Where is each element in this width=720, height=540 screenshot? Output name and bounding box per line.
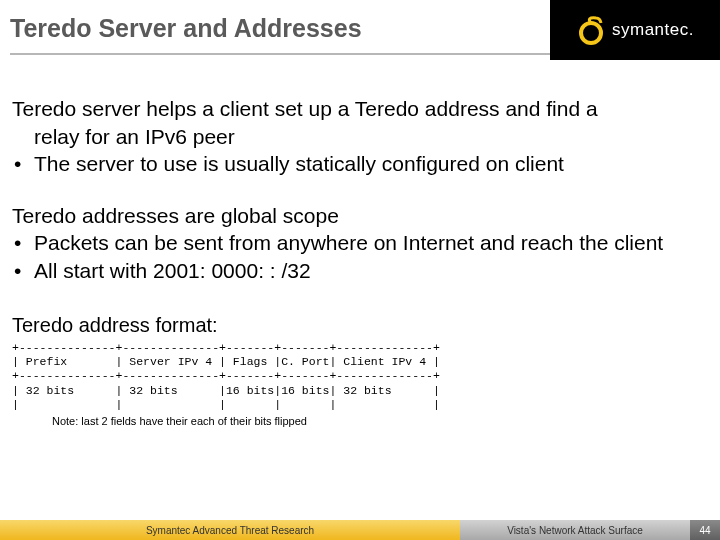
footer-left: Symantec Advanced Threat Research — [0, 520, 460, 540]
format-note: Note: last 2 fields have their each of t… — [52, 415, 708, 427]
bullet-dot-icon: • — [14, 258, 24, 284]
svg-point-0 — [581, 23, 601, 43]
slide: Teredo Server and Addresses symantec. Te… — [0, 0, 720, 540]
format-row: | | | | | | — [12, 398, 708, 412]
bullet-text: Packets can be sent from anywhere on Int… — [34, 230, 708, 256]
header: Teredo Server and Addresses symantec. — [0, 0, 720, 70]
brand-name: symantec. — [612, 20, 694, 40]
bullet-text: The server to use is usually statically … — [34, 151, 708, 177]
block1-lead-line2: relay for an IPv6 peer — [34, 124, 708, 150]
format-row: | 32 bits | 32 bits |16 bits|16 bits| 32… — [12, 384, 708, 398]
body: Teredo server helps a client set up a Te… — [0, 70, 720, 310]
format-row: | Prefix | Server IPv 4 | Flags |C. Port… — [12, 355, 708, 369]
footer-right: Vista's Network Attack Surface — [460, 520, 690, 540]
symantec-swirl-icon — [576, 15, 606, 45]
bullet-dot-icon: • — [14, 230, 24, 256]
brand-logo: symantec. — [550, 0, 720, 60]
page-number: 44 — [690, 520, 720, 540]
bullet-dot-icon: • — [14, 151, 24, 177]
bullet-item: • The server to use is usually staticall… — [12, 151, 708, 177]
bullet-text: All start with 2001: 0000: : /32 — [34, 258, 708, 284]
block2-lead: Teredo addresses are global scope — [12, 203, 708, 229]
block1-lead-line1: Teredo server helps a client set up a Te… — [12, 96, 708, 122]
format-section: Teredo address format: +--------------+-… — [0, 310, 720, 427]
format-row: +--------------+--------------+-------+-… — [12, 341, 708, 355]
format-title: Teredo address format: — [12, 314, 708, 337]
footer: Symantec Advanced Threat Research Vista'… — [0, 520, 720, 540]
format-row: +--------------+--------------+-------+-… — [12, 369, 708, 383]
bullet-item: • All start with 2001: 0000: : /32 — [12, 258, 708, 284]
bullet-item: • Packets can be sent from anywhere on I… — [12, 230, 708, 256]
